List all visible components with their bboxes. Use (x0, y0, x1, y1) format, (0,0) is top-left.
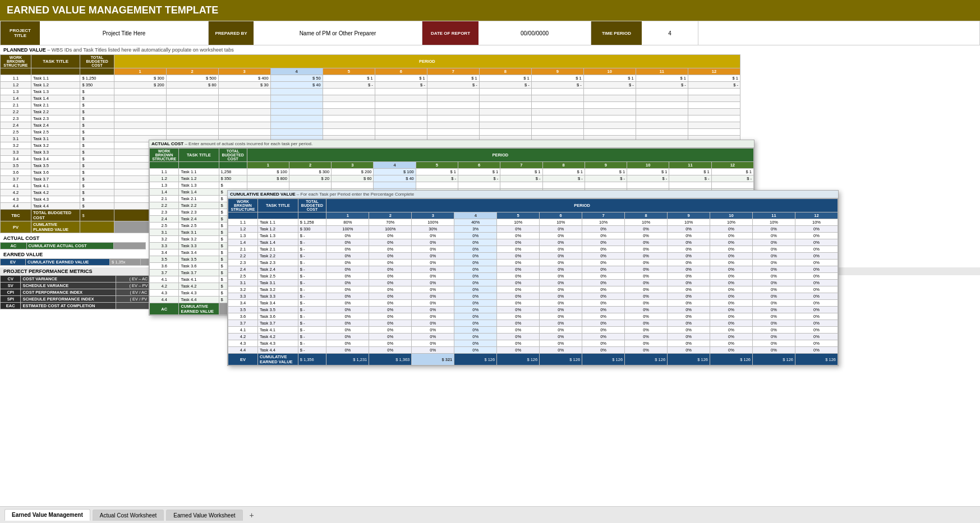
pv-col-period: PERIOD (114, 55, 740, 68)
ac-p11: 11 (669, 162, 711, 169)
pv-p7: 7 (427, 68, 479, 75)
project-title-value[interactable]: Project Title Here (40, 27, 208, 40)
pv-label-cell: CUMLATIVE PLANNED VALUE (31, 221, 80, 233)
ev-col-budget: TOTALBUDGETEDCOST (298, 199, 326, 212)
ev-data-row[interactable]: 4.2Task 4.2$ -0%0%0%0%0%0%0%0%0%0%0%0% (228, 334, 838, 340)
pv-p9: 9 (531, 68, 583, 75)
time-period-value[interactable]: 4 (642, 27, 698, 40)
ac-sh-task (179, 162, 219, 169)
ev-overlay-table: WORKBRKDWNSTRUCTURE TASK TITLE TOTALBUDG… (228, 198, 838, 365)
pv-data-row[interactable]: 1.2Task 1.2$ 350$ 200$ 80$ 30$ 40$ -$ -$… (1, 82, 740, 89)
ac-data-row[interactable]: 1.1Task 1.11,258$ 100$ 300$ 200$ 100$ 1$… (150, 169, 754, 175)
ev-foot-p10: $ 126 (710, 354, 753, 365)
pv-data-row[interactable]: 2.1Task 2.1$ (1, 102, 740, 109)
ev-data-row[interactable]: 1.4Task 1.4$ -0%0%0%0%0%0%0%0%0%0%0%0% (228, 239, 838, 246)
ac-sh-wbs (150, 162, 179, 169)
pv-subh-task (31, 68, 80, 75)
ev-sh-wbs (228, 212, 258, 219)
ev-data-row[interactable]: 3.2Task 3.2$ -0%0%0%0%0%0%0%0%0%0%0%0% (228, 286, 838, 293)
ev-data-row[interactable]: 1.1Task 1.1$ 1,25880%70%100%40%10%10%10%… (228, 219, 838, 226)
ev-overlay-desc: – For each Task per Period enter the Per… (297, 192, 414, 197)
ev-data-row[interactable]: 1.3Task 1.3$ -0%0%0%0%0%0%0%0%0%0%0%0% (228, 233, 838, 239)
time-period-label: TIME PERIOD (591, 21, 642, 45)
ac-p12: 12 (711, 162, 753, 169)
app-container: EARNED VALUE MANAGEMENT TEMPLATE PROJECT… (0, 0, 980, 523)
ev-foot-p5: $ 126 (497, 354, 540, 365)
metrics-label: PROJECT PERFORMANCE METRICS (3, 269, 93, 274)
ev-p7: 7 (582, 212, 625, 219)
pv-data-row[interactable]: 2.5Task 2.5$ (1, 129, 740, 136)
ac-col-wbs: WORKBRKDWNSTRUCTURE (150, 149, 179, 162)
ev-overlay-body: 1.1Task 1.1$ 1,25880%70%100%40%10%10%10%… (228, 219, 838, 354)
ev-foot-p9: $ 126 (668, 354, 710, 365)
pv-data-row[interactable]: 1.3Task 1.3$ (1, 89, 740, 95)
ac-p9: 9 (585, 162, 627, 169)
main-header: EARNED VALUE MANAGEMENT TEMPLATE (0, 0, 980, 21)
ev-data-row[interactable]: 3.7Task 3.7$ -0%0%0%0%0%0%0%0%0%0%0%0% (228, 320, 838, 327)
pv-p3: 3 (218, 68, 270, 75)
pv-p12: 12 (688, 68, 740, 75)
pv-subh-budget (80, 68, 114, 75)
ev-data-row[interactable]: 3.3Task 3.3$ -0%0%0%0%0%0%0%0%0%0%0%0% (228, 293, 838, 300)
ev-data-row[interactable]: 3.6Task 3.6$ -0%0%0%0%0%0%0%0%0%0%0%0% (228, 313, 838, 320)
ev-sh-task (257, 212, 298, 219)
main-title: EARNED VALUE MANAGEMENT TEMPLATE (7, 4, 218, 16)
ev-data-row[interactable]: 3.1Task 3.1$ -0%0%0%0%0%0%0%0%0%0%0%0% (228, 280, 838, 286)
ac-p1: 1 (247, 162, 289, 169)
time-period-item: TIME PERIOD 4 (591, 21, 698, 45)
tab-earned-value-worksheet[interactable]: Earned Value Worksheet (166, 510, 242, 521)
ev-foot-label: CUMULATIVE EARNED VALUE (257, 354, 298, 365)
date-report-value[interactable]: 00/00/0000 (479, 27, 591, 40)
tab-earned-value[interactable]: Earned Value Management (4, 509, 90, 521)
ev-foot-total: $ 1,356 (298, 354, 326, 365)
ev-code: EV (1, 259, 26, 266)
ac-foot-label: CUMULATIVE EARNED VALUE (179, 303, 219, 315)
ev-data-row[interactable]: 4.3Task 4.3$ -0%0%0%0%0%0%0%0%0%0%0%0% (228, 340, 838, 347)
ev-p9: 9 (668, 212, 710, 219)
ev-p4: 4 (454, 212, 497, 219)
ev-data-row[interactable]: 1.2Task 1.2$ 330100%100%30%3%0%0%0%0%0%0… (228, 226, 838, 233)
project-title-item: PROJECTTITLE Project Title Here (1, 21, 209, 45)
ev-data-row[interactable]: 2.3Task 2.3$ -0%0%0%0%0%0%0%0%0%0%0%0% (228, 260, 838, 266)
pv-data-row[interactable]: 2.4Task 2.4$ (1, 122, 740, 129)
ac-data-row[interactable]: 1.2Task 1.2$ 350$ 800$ 20$ 60$ 40$ -$ -$… (150, 175, 754, 182)
pv-subh-wbs (1, 68, 31, 75)
date-report-item: DATE OF REPORT 00/00/0000 (422, 21, 591, 45)
pv-p10: 10 (583, 68, 636, 75)
ev-overlay-title: CUMULATIVE EARNED VALUE (230, 192, 296, 197)
pv-p2: 2 (166, 68, 218, 75)
ac-sh-budget (219, 162, 247, 169)
pv-p11: 11 (636, 68, 688, 75)
ac-row: AC CUMULATIVE ACTUAL COST (1, 243, 146, 249)
ev-foot-p11: $ 126 (753, 354, 795, 365)
ev-p6: 6 (540, 212, 582, 219)
pv-p8: 8 (479, 68, 531, 75)
ev-data-row[interactable]: 3.5Task 3.5$ -0%0%0%0%0%0%0%0%0%0%0%0% (228, 307, 838, 313)
ev-overlay-header: CUMULATIVE EARNED VALUE – For each Task … (228, 191, 838, 198)
pv-data-row[interactable]: 1.4Task 1.4$ (1, 95, 740, 102)
pv-data-row[interactable]: 2.3Task 2.3$ (1, 115, 740, 122)
ac-data-row[interactable]: 1.3Task 1.3$ (150, 182, 754, 189)
ev-foot-p7: $ 126 (582, 354, 625, 365)
ev-data-row[interactable]: 2.5Task 2.5$ -0%0%0%0%0%0%0%0%0%0%0%0% (228, 273, 838, 280)
ev-value: $ 1,35x (110, 259, 141, 266)
tab-actual-cost[interactable]: Actual Cost Worksheet (93, 510, 164, 521)
ev-foot-p3: $ 321 (412, 354, 454, 365)
ev-data-row[interactable]: 2.1Task 2.1$ -0%0%0%0%0%0%0%0%0%0%0%0% (228, 246, 838, 253)
ev-data-row[interactable]: 4.4Task 4.4$ -0%0%0%0%0%0%0%0%0%0%0%0% (228, 347, 838, 354)
pv-data-row[interactable]: 1.1Task 1.1$ 1,250$ 300$ 500$ 400$ 50$ 1… (1, 75, 740, 82)
ac-value (114, 243, 146, 249)
ac-p4: 4 (374, 162, 416, 169)
ev-data-row[interactable]: 3.4Task 3.4$ -0%0%0%0%0%0%0%0%0%0%0%0% (228, 300, 838, 307)
pv-col-wbs: WORKBRKDWNSTRUCTURE (1, 55, 31, 68)
ev-data-row[interactable]: 2.2Task 2.2$ -0%0%0%0%0%0%0%0%0%0%0%0% (228, 253, 838, 260)
pv-data-row[interactable]: 2.2Task 2.2$ (1, 109, 740, 115)
tab-add-button[interactable]: + (245, 508, 259, 522)
ev-data-row[interactable]: 4.1Task 4.1$ -0%0%0%0%0%0%0%0%0%0%0%0% (228, 327, 838, 334)
prepared-by-item: PREPARED BY Name of PM or Other Preparer (209, 21, 422, 45)
ev-p11: 11 (753, 212, 795, 219)
ev-data-row[interactable]: 2.4Task 2.4$ -0%0%0%0%0%0%0%0%0%0%0%0% (228, 266, 838, 273)
prepared-by-value[interactable]: Name of PM or Other Preparer (254, 27, 422, 40)
tbc-label: TOTAL BUDGETED COST (31, 210, 80, 221)
ev-p10: 10 (710, 212, 753, 219)
